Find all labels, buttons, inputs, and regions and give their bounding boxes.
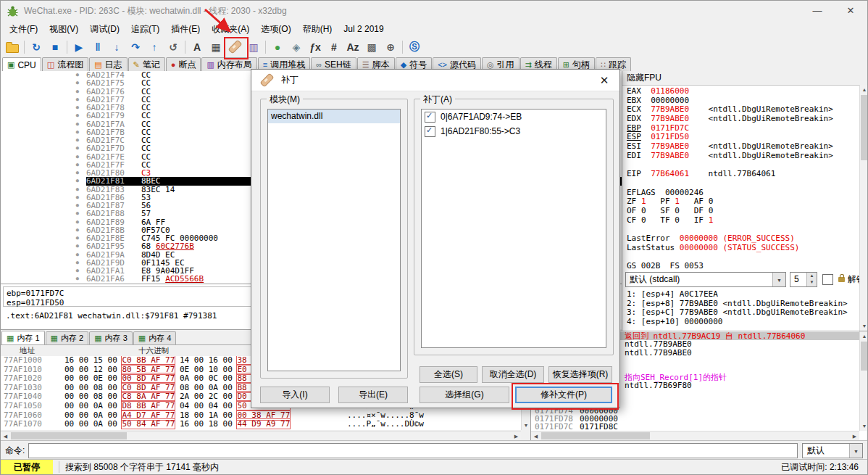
pause-button[interactable]: ‖	[89, 38, 107, 55]
register-line[interactable]: CF 0 TF 0 IF 1	[627, 216, 859, 226]
restore-selected-button[interactable]: 恢复选择项(R)	[548, 366, 612, 383]
select-all-button[interactable]: 全选(S)	[420, 366, 477, 383]
stack-vertical-scrollbar[interactable]	[859, 331, 868, 431]
function-button[interactable]: ƒx	[306, 38, 324, 55]
arg-count-stepper[interactable]: 5 ▲▼	[790, 272, 817, 287]
address-link[interactable]: ACD5566B	[165, 274, 204, 284]
scroll-down-icon[interactable]	[522, 421, 530, 430]
registers-vertical-scrollbar[interactable]	[859, 85, 868, 331]
patch-item[interactable]: 1|6AD21F80:55->C3	[422, 124, 606, 139]
patch-list[interactable]: 0|6A7F1AD9:74->EB1|6AD21F80:55->C3	[421, 109, 606, 348]
register-line[interactable]: EIP 77B64061 ntdll.77B64061	[627, 170, 859, 179]
argument-line[interactable]: 1: [esp+4] A0C17EEA	[627, 290, 848, 300]
menu-item-view[interactable]: 视图(V)	[43, 21, 84, 38]
step-over-button[interactable]: ↷	[127, 38, 144, 55]
dump-row[interactable]: 77AF107000 00 0A 00 50 84 AF 77 16 00 18…	[1, 420, 521, 429]
restart-button[interactable]: ↻	[28, 38, 45, 55]
patch-checkbox[interactable]	[425, 126, 435, 137]
command-input[interactable]	[28, 443, 798, 458]
chevron-down-icon[interactable]	[849, 444, 862, 458]
stop-button[interactable]: ■	[46, 38, 64, 55]
scroll-down-icon[interactable]	[860, 421, 868, 431]
menu-item-debug[interactable]: 调试(D)	[84, 21, 125, 38]
hash-button[interactable]: #	[325, 38, 343, 55]
menu-item-options[interactable]: 选项(O)	[255, 21, 296, 38]
step-into-button[interactable]: ↓	[108, 38, 125, 55]
patch-file-button[interactable]: 修补文件(P)	[515, 387, 612, 403]
scroll-right-icon[interactable]	[850, 431, 859, 440]
strings-button[interactable]: Az	[344, 38, 362, 55]
menu-item-plugin-date[interactable]: Jul 2 2019	[338, 22, 389, 36]
dump-horizontal-scrollbar[interactable]	[1, 431, 521, 440]
calculator-button[interactable]: ▩	[363, 38, 380, 55]
menu-item-file[interactable]: 文件(F)	[4, 21, 43, 38]
log-window-button[interactable]: ▦	[207, 38, 225, 55]
register-line[interactable]: LastStatus 00000000 (STATUS_SUCCESS)	[627, 244, 859, 253]
register-segment: ZF	[627, 197, 641, 206]
menu-item-plugins[interactable]: 插件(E)	[165, 21, 206, 38]
tab-cpu[interactable]: ▣CPU	[2, 57, 41, 72]
patch-checkbox[interactable]	[425, 112, 435, 123]
dump-tab-2[interactable]: ▦内存 2	[46, 331, 89, 344]
scrollbar-thumb[interactable]	[861, 95, 868, 160]
patch-button[interactable]	[226, 38, 243, 55]
convention-dropdown[interactable]: 默认 (stdcall)	[625, 272, 786, 287]
dump-tab-3[interactable]: ▦内存 3	[89, 331, 133, 344]
tab-graph[interactable]: ◫流程图	[42, 57, 88, 71]
unlock-checkbox[interactable]	[822, 274, 833, 285]
close-button[interactable]: ✕	[834, 1, 867, 21]
menu-item-favourites[interactable]: 收藏夹(A)	[206, 21, 255, 38]
settings-button[interactable]: ⊕	[382, 38, 399, 55]
select-group-button[interactable]: 选择组(G)	[420, 387, 509, 403]
tab-notes[interactable]: ✎笔记	[128, 57, 165, 71]
trace-record-button[interactable]: ●	[269, 38, 286, 55]
run-button[interactable]: ▶	[70, 38, 88, 55]
menu-item-help[interactable]: 帮助(H)	[297, 21, 338, 38]
deselect-all-button[interactable]: 取消全选(D)	[482, 366, 544, 383]
menu-item-trace[interactable]: 追踪(T)	[125, 21, 165, 38]
disasm-gutter: ●	[1, 202, 86, 210]
assemble-button[interactable]: A	[188, 38, 206, 55]
step-back-button[interactable]: ↺	[164, 38, 182, 55]
scrollbar-thumb[interactable]	[541, 432, 650, 439]
stack-row[interactable]: 0171FD7C0171FD8C	[531, 423, 859, 431]
dialog-close-button[interactable]: ✕	[589, 70, 619, 91]
scroll-left-icon[interactable]	[531, 431, 541, 440]
scrollbar-thumb[interactable]	[861, 342, 868, 371]
stack-comment: ntdll.77B69F80	[625, 381, 859, 389]
hide-fpu-button[interactable]: 隐藏FPU	[622, 71, 868, 86]
scrollbar-thumb[interactable]	[11, 432, 127, 439]
scroll-up-icon[interactable]	[860, 85, 868, 94]
scroll-right-icon[interactable]	[512, 431, 521, 440]
command-profile-dropdown[interactable]: 默认	[802, 443, 863, 458]
memory-map-button[interactable]: ▥	[245, 38, 262, 55]
patch-item[interactable]: 0|6A7F1AD9:74->EB	[422, 110, 606, 124]
scroll-left-icon[interactable]	[1, 431, 10, 440]
tab-memory-map[interactable]: ▥内存布局	[201, 57, 256, 71]
patch-dialog: 补丁 ✕ 模块(M) wechatwin.dll 补丁(A) 0|6A7F1AD…	[251, 69, 620, 408]
help-sos-button[interactable]: Ⓢ	[406, 38, 423, 55]
instruction-address: 6AD21F79	[86, 112, 141, 120]
register-line[interactable]: EDI 77B9ABE0 <ntdll.DbgUiRemoteBreakin>	[627, 152, 859, 161]
dump-tab-1[interactable]: ▦内存 1	[1, 331, 45, 344]
shield-button[interactable]: ◈	[288, 38, 305, 55]
export-button[interactable]: 导出(E)	[338, 387, 408, 403]
scroll-down-icon[interactable]	[860, 321, 868, 331]
stack-horizontal-scrollbar[interactable]	[531, 431, 859, 440]
hex-bytes: 16 00 15 00	[64, 356, 122, 365]
tab-breakpoints[interactable]: ●断点	[166, 57, 201, 71]
module-list[interactable]: wechatwin.dll	[267, 109, 401, 371]
patch-dialog-titlebar[interactable]: 补丁 ✕	[251, 70, 619, 91]
open-file-button[interactable]	[4, 38, 21, 55]
argument-line[interactable]: 4: [esp+10] 00000000	[627, 318, 848, 327]
module-item[interactable]: wechatwin.dll	[268, 110, 400, 123]
minimize-button[interactable]: —	[801, 1, 834, 21]
register-line[interactable]: GS 002B FS 0053	[627, 262, 859, 271]
tab-log[interactable]: ▤日志	[89, 57, 127, 71]
scroll-up-icon[interactable]	[860, 331, 868, 341]
chevron-down-icon[interactable]	[772, 273, 785, 286]
spinner-arrows-icon[interactable]: ▲▼	[806, 273, 817, 286]
dump-tab-4[interactable]: ▦内存 4	[133, 331, 177, 344]
run-to-return-button[interactable]: ↑	[146, 38, 163, 55]
import-button[interactable]: 导入(I)	[260, 387, 330, 403]
